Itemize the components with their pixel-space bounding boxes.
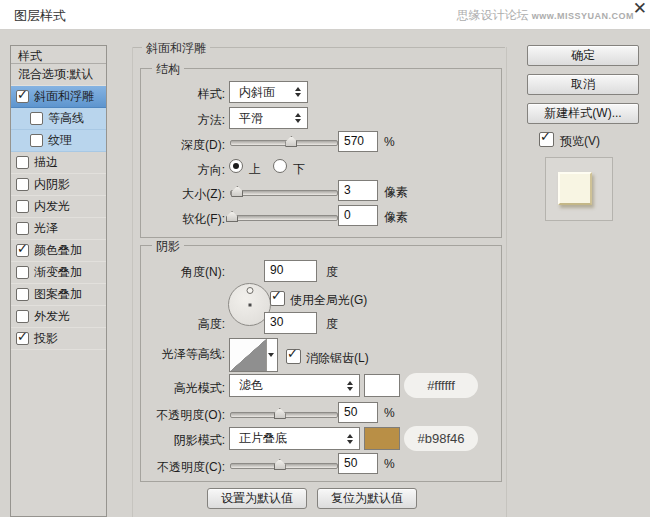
direction-up-label: 上 <box>249 161 261 178</box>
altitude-unit: 度 <box>326 316 338 333</box>
style-item-drop-shadow[interactable]: ✓投影 <box>11 328 106 350</box>
checkbox-checked[interactable]: ✓ <box>16 244 29 257</box>
direction-label: 方向: <box>137 162 225 179</box>
direction-down-radio[interactable] <box>273 159 287 173</box>
preview-label: 预览(V) <box>560 133 600 150</box>
depth-label: 深度(D): <box>137 137 225 154</box>
checkbox-unchecked[interactable] <box>30 134 43 147</box>
style-preview-swatch <box>558 172 592 205</box>
style-item-inner-glow[interactable]: 内发光 <box>11 196 106 218</box>
dialog-title: 图层样式 <box>14 7 66 25</box>
watermark: 思缘设计论坛 www.MISSYUAN.COM <box>456 7 634 24</box>
style-item-gradient-overlay[interactable]: 渐变叠加 <box>11 262 106 284</box>
updown-arrows-icon <box>295 87 301 97</box>
angle-marker-icon <box>246 287 253 294</box>
title-bar: 图层样式 思缘设计论坛 www.MISSYUAN.COM ✕ <box>0 0 650 30</box>
angle-label: 角度(N): <box>137 264 225 281</box>
checkbox-unchecked[interactable] <box>16 310 29 323</box>
checkbox-unchecked[interactable] <box>16 266 29 279</box>
checkbox-unchecked[interactable] <box>16 178 29 191</box>
highlight-mode-label: 高光模式: <box>137 380 225 397</box>
style-item-pattern-overlay[interactable]: 图案叠加 <box>11 284 106 306</box>
checkbox-unchecked[interactable] <box>30 112 43 125</box>
style-item-inner-shadow[interactable]: 内阴影 <box>11 174 106 196</box>
style-item-satin[interactable]: 光泽 <box>11 218 106 240</box>
preview-panel <box>545 157 613 221</box>
style-item-blending-options[interactable]: 混合选项:默认 <box>11 64 106 86</box>
style-item-bevel-emboss[interactable]: ✓斜面和浮雕 <box>11 86 106 108</box>
anti-alias-checkbox[interactable]: ✓ <box>286 349 301 364</box>
altitude-label: 高度: <box>137 316 225 333</box>
shadow-color-swatch[interactable] <box>364 427 400 450</box>
dial-center-dot <box>248 303 251 306</box>
checkbox-unchecked[interactable] <box>16 200 29 213</box>
soften-slider[interactable] <box>230 215 338 221</box>
shading-legend: 阴影 <box>152 238 184 255</box>
angle-unit: 度 <box>326 264 338 281</box>
size-label: 大小(Z): <box>137 186 225 203</box>
opacity-highlight-unit: % <box>384 406 395 420</box>
ok-button[interactable]: 确定 <box>527 45 639 66</box>
style-label: 样式: <box>137 86 225 103</box>
layer-style-dialog: 图层样式 思缘设计论坛 www.MISSYUAN.COM ✕ 样式 混合选项:默… <box>0 0 650 517</box>
opacity-highlight-input[interactable]: 50 <box>338 402 378 423</box>
opacity-shadow-input[interactable]: 50 <box>338 453 378 474</box>
size-input[interactable]: 3 <box>338 180 378 201</box>
style-item-contour[interactable]: 等高线 <box>11 108 106 130</box>
global-light-checkbox[interactable]: ✓ <box>270 291 285 306</box>
direction-up-radio[interactable] <box>229 159 243 173</box>
style-item-outer-glow[interactable]: 外发光 <box>11 306 106 328</box>
soften-label: 软化(F): <box>137 211 225 228</box>
technique-label: 方法: <box>137 112 225 129</box>
reset-default-button[interactable]: 复位为默认值 <box>317 488 417 509</box>
close-icon[interactable]: ✕ <box>633 0 647 18</box>
depth-slider[interactable] <box>230 140 338 146</box>
preview-checkbox[interactable]: ✓ <box>539 132 554 147</box>
checkbox-unchecked[interactable] <box>16 156 29 169</box>
chevron-down-icon <box>268 353 274 357</box>
depth-unit: % <box>384 135 395 149</box>
opacity-shadow-label: 不透明度(C): <box>137 459 225 476</box>
angle-input[interactable]: 90 <box>264 260 317 282</box>
direction-down-label: 下 <box>293 161 305 178</box>
depth-input[interactable]: 570 <box>338 131 378 152</box>
highlight-color-swatch[interactable] <box>364 374 400 397</box>
cancel-button[interactable]: 取消 <box>527 74 639 95</box>
size-slider[interactable] <box>230 190 338 196</box>
shadow-mode-label: 阴影模式: <box>137 432 225 449</box>
opacity-highlight-slider[interactable] <box>230 412 338 418</box>
checkbox-unchecked[interactable] <box>16 288 29 301</box>
opacity-shadow-unit: % <box>384 457 395 471</box>
style-dropdown[interactable]: 内斜面 <box>229 81 308 103</box>
gloss-contour-label: 光泽等高线: <box>137 346 225 363</box>
highlight-hex-badge: #ffffff <box>404 373 478 398</box>
updown-arrows-icon <box>347 434 353 444</box>
new-style-button[interactable]: 新建样式(W)... <box>527 103 639 124</box>
style-item-texture[interactable]: 纹理 <box>11 130 106 152</box>
global-light-label: 使用全局光(G) <box>290 292 367 309</box>
checkbox-checked[interactable]: ✓ <box>16 332 29 345</box>
contour-thumbnail <box>230 339 267 371</box>
soften-unit: 像素 <box>384 209 408 226</box>
shadow-mode-dropdown[interactable]: 正片叠底 <box>229 427 360 450</box>
style-item-color-overlay[interactable]: ✓颜色叠加 <box>11 240 106 262</box>
soften-input[interactable]: 0 <box>338 205 378 226</box>
styles-panel: 样式 混合选项:默认 ✓斜面和浮雕 等高线 纹理 描边 内阴影 内发光 光泽 ✓… <box>10 45 107 517</box>
highlight-mode-dropdown[interactable]: 滤色 <box>229 374 360 397</box>
opacity-shadow-slider[interactable] <box>230 463 338 469</box>
updown-arrows-icon <box>347 381 353 391</box>
shadow-hex-badge: #b98f46 <box>404 426 478 451</box>
style-item-stroke[interactable]: 描边 <box>11 152 106 174</box>
section-title: 斜面和浮雕 <box>142 40 210 57</box>
checkbox-unchecked[interactable] <box>16 222 29 235</box>
gloss-contour-picker[interactable] <box>229 338 278 372</box>
technique-dropdown[interactable]: 平滑 <box>229 107 308 129</box>
updown-arrows-icon <box>295 113 301 123</box>
styles-header: 样式 <box>11 46 106 64</box>
checkbox-checked[interactable]: ✓ <box>16 90 29 103</box>
make-default-button[interactable]: 设置为默认值 <box>207 488 307 509</box>
opacity-highlight-label: 不透明度(O): <box>137 407 225 424</box>
altitude-input[interactable]: 30 <box>264 312 317 334</box>
size-unit: 像素 <box>384 184 408 201</box>
structure-legend: 结构 <box>152 61 184 78</box>
